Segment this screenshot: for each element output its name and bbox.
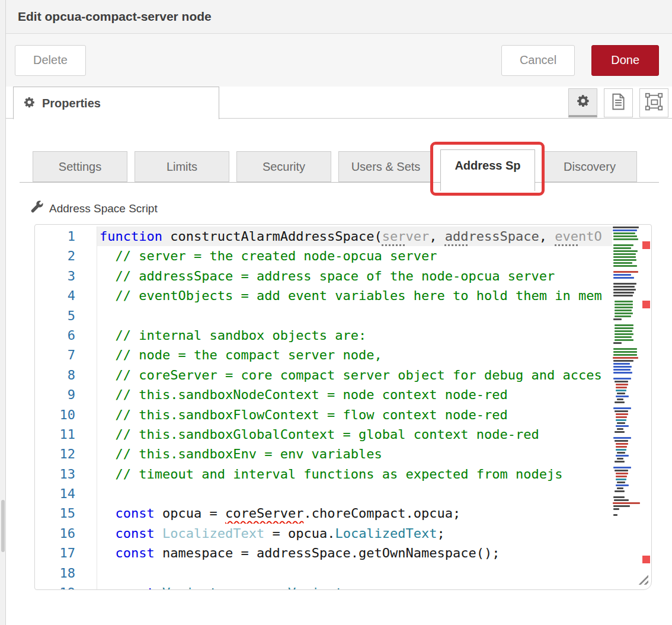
minimap-row [613,274,631,276]
minimap-row [615,381,628,382]
code-text: // node = the compact server node, [97,345,612,365]
code-token: , [539,229,555,244]
code-line: 17 const namespace = addressSpace.getOwn… [35,543,651,563]
code-line: 16 const LocalizedText = opcua.Localized… [35,524,651,543]
minimap-row [613,289,636,291]
code-text: const Variant = opcua.Variant; [97,583,612,589]
code-token: ser [382,229,406,244]
minimap-row [616,425,629,427]
minimap-row [613,342,622,344]
minimap-row [613,508,619,510]
minimap-row [615,431,625,433]
minimap-row [613,407,631,409]
code-token: = opcua. [217,585,288,589]
code-text: // this.sandboxFlowContext = flow contex… [97,405,612,425]
tab-discovery[interactable]: Discovery [542,151,637,182]
code-text: const opcua = coreServer.choreCompact.op… [97,503,612,523]
code-text: // addressSpace = address space of the n… [97,266,612,286]
minimap-row [613,502,640,504]
minimap-row [615,301,633,302]
tab-address-space[interactable]: Address Sp [440,149,535,191]
done-button[interactable]: Done [591,45,659,76]
error-marker [642,556,650,563]
workspace-scrollbar-thumb[interactable] [1,500,5,552]
code-line: 10 // this.sandboxFlowContext = flow con… [35,405,651,425]
minimap-row [613,283,636,285]
minimap-row [617,422,625,424]
line-number: 13 [35,464,97,484]
code-token: LocalizedText [335,526,437,541]
tab-properties[interactable]: Properties [13,87,219,119]
properties-panel: SettingsLimitsSecurityUsers & SetsAddres… [6,119,672,625]
address-space-script-label: Address Space Script [31,200,158,216]
code-text: // eventObjects = add event variables he… [97,286,612,305]
code-line: 5 [35,306,651,326]
code-text: // timeout and interval functions as exp… [97,464,612,484]
tab-security[interactable]: Security [236,151,331,182]
code-line: 11 // this.sandboxGlobalContext = global… [35,425,651,444]
minimap-row [613,505,630,507]
code-text [97,563,612,583]
tab-users-sets[interactable]: Users & Sets [338,151,433,182]
code-token: ver [406,229,430,244]
gear-icon [23,96,36,111]
line-number: 11 [35,425,97,444]
tab-settings[interactable]: Settings [33,151,127,182]
code-line: 2 // server = the created node-opcua ser… [35,246,651,266]
cancel-button[interactable]: Cancel [501,45,575,76]
description-button[interactable] [604,88,633,117]
line-number: 8 [35,365,97,385]
code-token: = opcua. [264,526,335,541]
workspace-scrollbar-track [0,0,6,625]
line-number: 1 [35,227,97,246]
line-number: 15 [35,503,97,523]
error-marker [642,301,650,308]
code-token: Variant [288,585,343,589]
minimap-row [613,363,630,365]
minimap-row [616,484,629,486]
code-lines[interactable]: 1function constructAlarmAddressSpace(ser… [35,225,651,589]
minimap-row [614,499,629,501]
code-token: // this.sandboxGlobalContext = global co… [100,427,539,442]
minimap-row [613,232,635,234]
code-token: LocalizedText [162,526,264,541]
properties-gear-button[interactable] [568,88,597,117]
code-line: 7 // node = the compact server node, [35,345,651,365]
minimap-row [613,277,634,279]
minimap-row [613,229,637,231]
code-token: const [116,585,155,589]
tab-limits[interactable]: Limits [135,151,229,182]
code-token [100,506,116,521]
line-number: 7 [35,345,97,365]
minimap-row [617,458,624,460]
code-token: // timeout and interval functions as exp… [100,467,562,481]
code-line: 8 // coreServer = core compact server ob… [35,365,651,385]
code-token [155,526,162,541]
code-text: // coreServer = core compact server obje… [97,365,612,385]
code-token: // this.sandboxEnv = env variables [100,447,382,461]
minimap-row [617,481,625,483]
line-number: 16 [35,524,97,543]
code-token: // this.sandboxFlowContext = flow contex… [100,407,508,422]
node-tabs: SettingsLimitsSecurityUsers & SetsAddres… [33,151,637,191]
minimap-row [613,286,635,288]
code-token: ressSpace [469,229,539,244]
minimap-row [616,413,628,415]
code-line: 6 // internal sandbox objects are: [35,326,651,345]
minimap-row [616,416,627,418]
minimap-row [613,292,635,294]
minimap-row [613,318,622,320]
code-token: constructAlarmAddressSpace( [162,229,382,244]
minimap-row [613,372,632,374]
code-token: function [100,229,162,244]
code-token [155,585,162,589]
code-token: , [429,229,445,244]
delete-button[interactable]: Delete [15,45,86,76]
code-token: namespace = addressSpace.getOwnNamespace… [155,546,500,560]
editor-minimap[interactable] [613,227,641,589]
code-editor[interactable]: 1function constructAlarmAddressSpace(ser… [34,224,652,590]
line-number: 3 [35,266,97,286]
minimap-row [615,339,633,341]
tab-properties-label: Properties [42,97,101,110]
appearance-button[interactable] [639,88,668,117]
